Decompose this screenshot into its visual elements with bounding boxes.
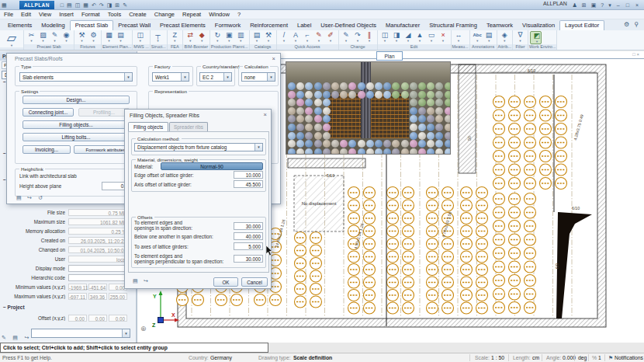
search-icon[interactable]: ⚲ bbox=[634, 21, 639, 28]
tab-filling-objects[interactable]: Filling objects bbox=[128, 122, 168, 131]
tools-icon[interactable]: ✎ bbox=[123, 1, 127, 9]
fea-icon[interactable]: Z▼ bbox=[169, 31, 181, 43]
viewport-window-icons[interactable]: □ × bbox=[632, 52, 639, 57]
annotation-text-icon[interactable]: Abc▼ bbox=[472, 31, 483, 43]
edit-copy-icon[interactable]: ◫▼ bbox=[379, 31, 391, 43]
offset-row-field[interactable]: 5.000 bbox=[234, 242, 263, 250]
ribbon-tab-manufacturer[interactable]: Manufacturer bbox=[381, 21, 424, 30]
apply-arrow-icon[interactable]: ↪ bbox=[24, 335, 29, 340]
country-value[interactable]: Germany bbox=[210, 355, 232, 360]
restore-button[interactable]: □ bbox=[626, 2, 629, 8]
calculation-select[interactable]: none▼ bbox=[241, 72, 275, 82]
menu-item-tools[interactable]: Tools bbox=[104, 11, 126, 18]
folder-icon[interactable]: ▤ bbox=[12, 335, 18, 340]
edit-rotate-icon[interactable]: ◢▼ bbox=[403, 31, 414, 43]
edit-pencil-icon[interactable]: ✎ bbox=[2, 335, 6, 340]
change-parallel-icon[interactable]: ∥▼ bbox=[364, 31, 376, 43]
slab-design-icon[interactable]: ✂▼ bbox=[26, 31, 37, 43]
lifting-bolts-button[interactable]: Lifting bolts... bbox=[23, 133, 130, 141]
layout-icon[interactable]: ⊞ bbox=[115, 1, 119, 9]
store-icon[interactable]: ▣ bbox=[591, 2, 597, 9]
mws-icon[interactable]: ◫▼ bbox=[134, 31, 146, 43]
fixture-tool-icon[interactable]: ⚒▼ bbox=[76, 31, 88, 43]
menu-item-repeat[interactable]: Repeat bbox=[178, 11, 205, 18]
material-button[interactable]: Normal-90 bbox=[161, 162, 263, 170]
favorite-open-icon[interactable]: ▤ bbox=[16, 195, 22, 201]
design-button[interactable]: Design... bbox=[23, 96, 130, 104]
new-document-icon[interactable]: □ bbox=[61, 1, 64, 9]
ribbon-tab-formwork[interactable]: Formwork bbox=[210, 21, 245, 30]
percent-value[interactable]: 1 bbox=[598, 355, 601, 360]
menu-item-insert[interactable]: Insert bbox=[55, 11, 78, 18]
ribbon-tab-visualization[interactable]: Visualization bbox=[518, 21, 559, 30]
restore-icon[interactable]: □ bbox=[632, 52, 635, 57]
ribbon-tab-elements[interactable]: Elements bbox=[3, 21, 36, 30]
save-icon[interactable]: ◫ bbox=[75, 1, 81, 9]
angle-unit[interactable]: deg bbox=[578, 355, 587, 360]
property-value[interactable] bbox=[68, 274, 129, 281]
menu-item-format[interactable]: Format bbox=[78, 11, 104, 18]
close-icon[interactable]: × bbox=[264, 112, 267, 117]
attributes-icon[interactable]: ◈▼ bbox=[499, 31, 511, 43]
menu-item-window[interactable]: Window bbox=[205, 11, 234, 18]
change-edit-icon[interactable]: ✎▼ bbox=[341, 31, 352, 43]
ribbon-tab-precast-wall[interactable]: Precast Wall bbox=[113, 21, 155, 30]
filter-icon[interactable]: ∇▼ bbox=[514, 31, 526, 43]
project-section-header[interactable]: − Project bbox=[3, 305, 25, 310]
close-icon[interactable]: × bbox=[272, 56, 275, 61]
struct-icon[interactable]: ┬▼ bbox=[152, 31, 164, 43]
menu-item-edit[interactable]: Edit bbox=[17, 11, 35, 18]
annotation-page-icon[interactable]: ▤▼ bbox=[483, 31, 495, 43]
factory-select[interactable]: Werk1▼ bbox=[152, 72, 189, 82]
cancel-button[interactable]: Cancel bbox=[241, 277, 268, 287]
ribbon-tab-layout-editor[interactable]: Layout Editor bbox=[559, 20, 604, 30]
bim-sync-icon[interactable]: ⇄▼ bbox=[185, 31, 196, 43]
type-select[interactable]: Slab elements▼ bbox=[19, 72, 133, 82]
offset-row-field[interactable]: 40.000 bbox=[234, 232, 263, 240]
pen-icon[interactable]: ✎▼ bbox=[313, 31, 325, 43]
precast-main-icon[interactable]: ▱▼ bbox=[2, 31, 22, 47]
offset-row-field[interactable]: 30.000 bbox=[234, 255, 263, 263]
calculation-method-select[interactable]: Displacement objects from fixture catalo… bbox=[134, 143, 263, 151]
ribbon-tab-modeling[interactable]: Modeling bbox=[36, 21, 69, 30]
menu-item-view[interactable]: View bbox=[35, 11, 55, 18]
chevron-down-icon[interactable]: ▼ bbox=[124, 73, 132, 81]
panels-icon[interactable]: ⊞ bbox=[582, 2, 587, 9]
edge-offset-field[interactable]: 10.000 bbox=[234, 171, 263, 179]
bim-export-icon[interactable]: ◆▼ bbox=[196, 31, 208, 43]
ribbon-tab-structural-framing[interactable]: Structural Framing bbox=[424, 21, 482, 30]
redo-icon[interactable]: ↷ bbox=[99, 1, 104, 9]
favorite-combo[interactable]: ▼ bbox=[31, 329, 130, 338]
edit-delete-icon[interactable]: ×▼ bbox=[438, 31, 449, 43]
catalog-wrench-icon[interactable]: ⚒▼ bbox=[263, 31, 275, 43]
menu-item-change[interactable]: Change bbox=[151, 11, 178, 18]
filling-objects-button[interactable]: Filling objects... bbox=[23, 120, 130, 129]
production-refresh-icon[interactable]: ↻▼ bbox=[212, 31, 223, 43]
user-icon[interactable]: ♟ bbox=[573, 2, 577, 9]
slab-mesh-icon[interactable]: ▨▼ bbox=[37, 31, 49, 43]
ribbon-tab-user-defined-objects[interactable]: User-Defined Objects bbox=[316, 21, 381, 30]
invoicing-button[interactable]: Invoicing... bbox=[23, 145, 71, 154]
element-plan-icon[interactable]: ▦▼ bbox=[103, 31, 115, 43]
catalog-book-icon[interactable]: ▤▼ bbox=[251, 31, 263, 43]
more-icon[interactable]: ▾ bbox=[608, 2, 611, 9]
notifications-icon[interactable]: ⚑ bbox=[608, 355, 613, 361]
settings-gear-icon[interactable]: ⚙ bbox=[624, 21, 629, 28]
app-menu-icon[interactable]: ▦ bbox=[2, 1, 7, 9]
close-icon[interactable]: × bbox=[636, 52, 639, 57]
scale-value[interactable]: 1 : 50 bbox=[491, 355, 504, 360]
measure-icon[interactable]: ↔▼ bbox=[453, 31, 465, 43]
dimension-tool-icon[interactable]: ⌐▼ bbox=[302, 31, 313, 43]
print-icon[interactable]: ▦ bbox=[83, 1, 88, 9]
menu-item-create[interactable]: Create bbox=[125, 11, 151, 18]
viewport-tab-plan[interactable]: Plan bbox=[376, 51, 403, 61]
slab-edit-icon[interactable]: ✎▼ bbox=[49, 31, 61, 43]
edit-stretch-icon[interactable]: ▭▼ bbox=[426, 31, 438, 43]
production-box-icon[interactable]: ▣▼ bbox=[223, 31, 235, 43]
ribbon-tab-label[interactable]: Label bbox=[293, 21, 316, 30]
minimize-button[interactable]: – bbox=[617, 2, 620, 8]
country-standard-select[interactable]: EC 2▼ bbox=[199, 72, 232, 82]
drawing-type-value[interactable]: Scale definition bbox=[293, 355, 332, 360]
fixture-gear-icon[interactable]: ⚙▼ bbox=[88, 31, 99, 43]
reset-icon[interactable]: ↺ bbox=[38, 195, 43, 201]
